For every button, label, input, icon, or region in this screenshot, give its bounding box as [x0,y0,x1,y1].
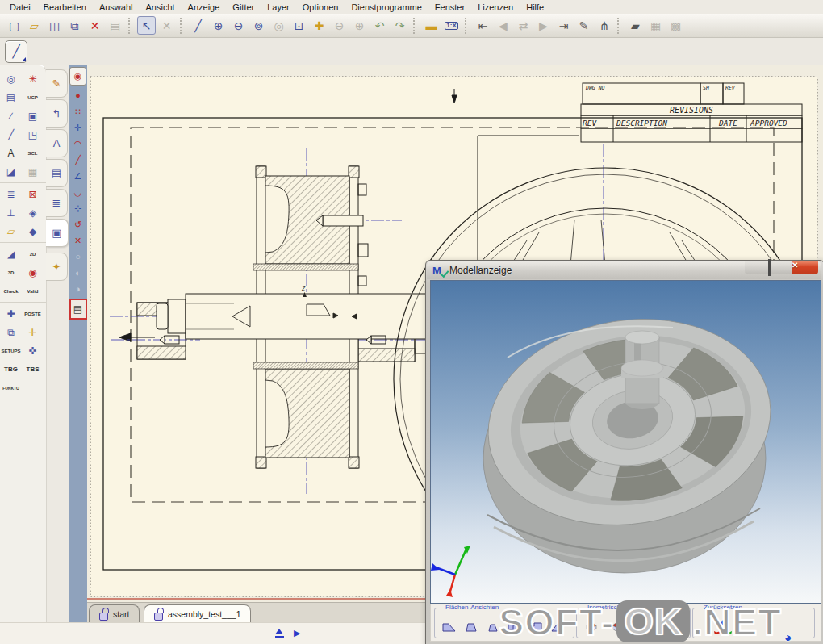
face-view-1-button[interactable] [440,619,459,635]
face-view-3-button[interactable] [483,619,503,635]
menu-anzeige[interactable]: Anzeige [182,2,227,13]
poste-icon[interactable]: POSTE [22,304,44,323]
view-3d-page-icon[interactable]: 3D [0,263,22,282]
rectangle-icon[interactable]: ◳ [22,125,44,144]
minimize-button[interactable] [745,261,768,274]
ucp-icon[interactable]: UCP [22,88,44,107]
snap-settings-button[interactable]: ◉ [69,67,86,86]
text-tms-icon[interactable]: A [0,144,22,162]
image-icon[interactable]: ▦ [646,16,665,35]
nav-last-icon[interactable]: ⇥ [554,16,573,35]
zoom-last-icon[interactable]: ◎ [269,16,288,35]
iso-view-2-button[interactable] [608,619,627,635]
zoom-circle-icon[interactable]: ◎ [0,69,22,88]
box-point-icon[interactable]: ◆ [22,222,44,240]
iso-view-4-button[interactable] [659,619,679,635]
menu-optionen[interactable]: Optionen [296,2,345,13]
ident-pages-icon[interactable]: ⧉ [0,323,22,341]
folder-export-icon[interactable]: ▱ [0,222,22,240]
nav-first-icon[interactable]: ⇤ [474,16,492,35]
open-file-icon[interactable]: ▱ [25,16,44,35]
tab-text[interactable]: A [46,129,68,157]
tab-page[interactable]: ▤ [46,159,68,187]
draw-line-icon[interactable]: ╱ [189,16,207,35]
menu-bearbeiten[interactable]: Bearbeiten [37,2,93,13]
plot-active-icon[interactable]: ▤ [69,299,87,320]
snap-line-icon[interactable]: ╱ [70,152,86,168]
diagonal-line-icon[interactable]: ╱ [0,125,22,144]
save-as-icon[interactable]: ⧉ [65,16,84,35]
new-document-icon[interactable]: ▢ [5,16,23,35]
tab-bird[interactable]: ✦ [46,253,68,281]
menu-auswahl[interactable]: Auswahl [93,2,140,13]
iso-view-1-button[interactable] [582,619,601,635]
tab-ucs[interactable]: ↰ [46,99,68,128]
zoom-plus-icon[interactable]: ⊕ [350,16,369,35]
zoom-minus-icon[interactable]: ⊖ [330,16,349,35]
wedge-view-icon[interactable]: ◢ [0,245,22,263]
snap-3d-link-icon[interactable]: ○ [70,249,86,265]
maximize-button[interactable] [768,261,792,274]
zoom-out-icon[interactable]: ⊖ [229,16,248,35]
snap-rotate-icon[interactable]: ↺ [70,216,86,232]
face-view-6-button[interactable] [549,619,568,635]
snap-center-icon[interactable]: ✛ [70,119,86,136]
face-view-2-button[interactable] [462,619,481,635]
eject-icon[interactable] [274,629,285,638]
reset-view-button[interactable] [711,619,735,635]
render-icon[interactable]: ▰ [626,16,645,35]
tab-solids-active[interactable]: ▣ [46,219,69,247]
menu-datei[interactable]: Datei [3,2,37,13]
layers-stack-icon[interactable]: ≣ [0,185,22,203]
face-view-4-button[interactable] [505,619,524,635]
snap-point-icon[interactable]: ● [70,87,86,103]
iso-view-3-button[interactable] [633,619,653,635]
measure-icon[interactable]: ▬ [422,16,441,35]
menu-layer[interactable]: Layer [261,2,296,13]
snap-intersection-icon[interactable]: ✕ [70,232,86,249]
select-tool-icon[interactable]: ↖ [137,16,156,35]
annotate-icon[interactable]: ✎ [574,16,593,35]
tree-icon[interactable]: ⋔ [595,16,613,35]
close-button[interactable]: ✕ [792,261,818,274]
model-3d-viewport[interactable] [430,280,821,604]
zoom-window-icon[interactable]: ⊡ [290,16,308,35]
tbs-button[interactable]: TBS [22,360,44,378]
snap-perpendicular-icon[interactable]: ∠ [70,168,86,184]
eye-axes-icon[interactable]: ◉ [22,263,44,282]
save-icon[interactable]: ◫ [45,16,64,35]
axes-icon[interactable]: ⊥ [0,203,22,222]
setups-icon[interactable]: SETUPS [0,341,22,360]
view-3d-icon[interactable]: ◈ [22,203,44,222]
snap-3d-icon[interactable]: ◑ [70,281,86,297]
nav-previous-icon[interactable]: ◀ [494,16,512,35]
scale-scl-icon[interactable]: SCL [22,144,44,162]
section-bed-icon[interactable]: ◪ [0,162,22,181]
layers-delete-icon[interactable]: ⊠ [22,185,44,203]
snap-offset-icon[interactable]: ⊹ [70,200,86,216]
menu-hilfe[interactable]: Hilfe [520,2,550,13]
nav-next-icon[interactable]: ▶ [534,16,553,35]
active-line-tool-button[interactable]: ╱ [5,40,27,63]
delete-icon[interactable]: ✕ [157,16,176,35]
menu-lizenzen[interactable]: Lizenzen [471,2,520,13]
model-viewer-window[interactable]: M Modellanzeige ✕ [425,260,823,644]
undo-icon[interactable]: ↶ [370,16,389,35]
cross-fitting-icon[interactable]: ✚ [0,304,22,323]
solid-box-icon[interactable]: ▣ [22,107,44,125]
menu-dienstprogramme[interactable]: Dienstprogramme [345,2,428,13]
construction-star-icon[interactable]: ✳ [22,69,44,88]
doc-tab-start[interactable]: start [89,604,140,623]
grid-icon[interactable]: ▦ [22,162,44,181]
doc-tab-assembly[interactable]: assembly_test___1 [144,604,251,623]
page-settings-icon[interactable]: ▤ [0,88,22,107]
snap-grid-icon[interactable]: ∷ [70,103,86,119]
valid-icon[interactable]: Valid [22,282,44,300]
snap-arc2-icon[interactable]: ◡ [70,184,86,200]
close-document-icon[interactable]: ✕ [86,16,104,35]
cross-outline-icon[interactable]: ✛ [22,323,44,341]
nav-refresh-icon[interactable]: ⇄ [514,16,533,35]
zoom-in-icon[interactable]: ⊕ [209,16,228,35]
tab-draw[interactable]: ✎ [46,69,68,98]
view-2d-icon[interactable]: 2D [22,245,44,263]
